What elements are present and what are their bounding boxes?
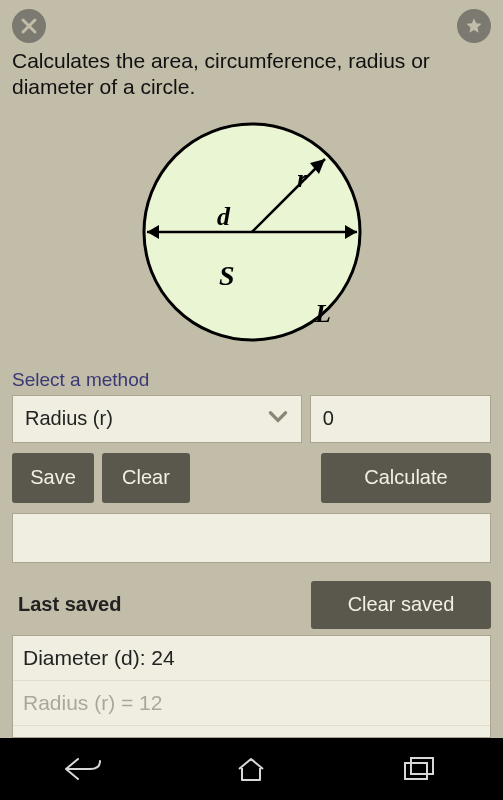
method-selected-text: Radius (r) [25, 407, 113, 430]
label-d: d [217, 202, 231, 231]
svg-rect-3 [405, 763, 427, 779]
method-row: Radius (r) 0 [12, 395, 491, 443]
back-button[interactable] [44, 749, 124, 789]
value-input[interactable]: 0 [310, 395, 491, 443]
label-l: L [314, 299, 331, 328]
diagram-container: d r S L [12, 117, 491, 347]
result-box [12, 513, 491, 563]
saved-title: Last saved [18, 593, 121, 616]
app-screen: Calculates the area, circumference, radi… [0, 0, 503, 738]
calculate-button[interactable]: Calculate [321, 453, 491, 503]
recent-icon [402, 756, 436, 782]
saved-item[interactable]: Diameter (d): 24 [13, 636, 490, 681]
svg-rect-4 [411, 758, 433, 774]
home-icon [233, 755, 269, 783]
top-bar [12, 6, 491, 46]
android-navbar [0, 738, 503, 800]
label-s: S [219, 260, 235, 291]
favorite-button[interactable] [457, 9, 491, 43]
action-row: Save Clear Calculate [12, 453, 491, 503]
home-button[interactable] [211, 749, 291, 789]
saved-item[interactable]: Radius (r) = 12 [13, 681, 490, 726]
clear-saved-button[interactable]: Clear saved [311, 581, 491, 629]
description-text: Calculates the area, circumference, radi… [12, 48, 491, 101]
circle-diagram: d r S L [137, 117, 367, 347]
back-icon [62, 755, 106, 783]
saved-list[interactable]: Diameter (d): 24 Radius (r) = 12 [12, 635, 491, 739]
star-icon [464, 16, 484, 36]
value-text: 0 [323, 407, 334, 430]
clear-button[interactable]: Clear [102, 453, 190, 503]
label-r: r [297, 164, 308, 193]
close-button[interactable] [12, 9, 46, 43]
save-button[interactable]: Save [12, 453, 94, 503]
saved-header: Last saved Clear saved [12, 581, 491, 629]
recent-button[interactable] [379, 749, 459, 789]
close-icon [19, 16, 39, 36]
method-label: Select a method [12, 369, 491, 391]
chevron-down-icon [265, 403, 291, 434]
method-select[interactable]: Radius (r) [12, 395, 302, 443]
